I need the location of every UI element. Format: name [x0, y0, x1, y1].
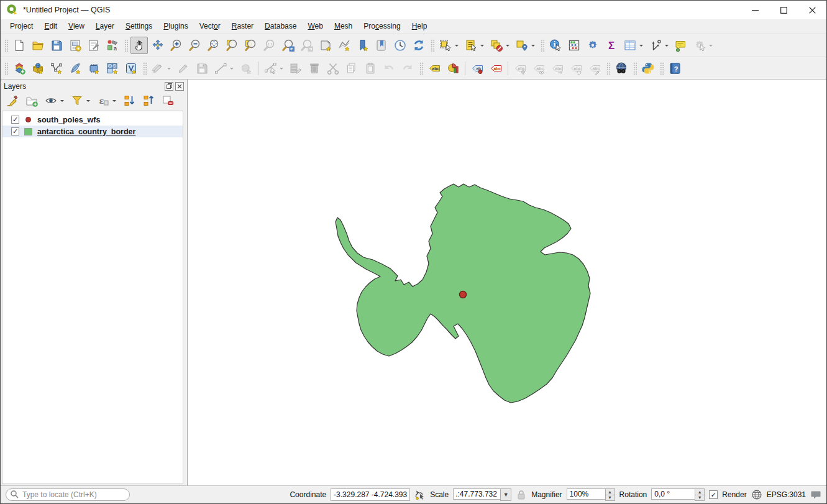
processing-toolbox-button[interactable] — [584, 37, 601, 54]
layer-visibility-checkbox[interactable]: ✓ — [11, 116, 19, 124]
magnifier-spinbox[interactable]: ▲▼ — [567, 488, 615, 501]
menu-layer[interactable]: Layer — [90, 19, 120, 33]
refresh-button[interactable] — [410, 37, 427, 54]
messages-icon[interactable] — [810, 489, 821, 500]
select-by-location-dropdown[interactable] — [531, 45, 535, 48]
new-3d-map-view-button[interactable] — [336, 37, 353, 54]
layer-row[interactable]: ✓south_poles_wfs — [2, 114, 183, 126]
new-virtual-layer-button[interactable] — [122, 60, 140, 77]
rotation-spinbox[interactable]: ▲▼ — [651, 488, 705, 501]
select-features-by-value-button[interactable] — [462, 37, 487, 54]
layer-visibility-checkbox[interactable]: ✓ — [11, 127, 19, 135]
coordinate-input[interactable] — [331, 488, 410, 501]
identify-features-button[interactable]: i — [547, 37, 564, 54]
open-layer-styling-panel-button[interactable] — [4, 92, 21, 109]
zoom-full-button[interactable] — [205, 37, 222, 54]
toolbar-grip[interactable] — [124, 39, 128, 52]
layer-diagram-options-button[interactable] — [444, 60, 462, 77]
python-console-button[interactable] — [639, 60, 657, 77]
toggle-unplaced-labels-display-button[interactable]: abc — [487, 60, 505, 77]
filter-legend-dropdown[interactable] — [86, 100, 90, 104]
new-spatial-bookmark-button[interactable] — [354, 37, 372, 54]
scale-dropdown-icon[interactable]: ▼ — [500, 488, 511, 501]
toolbar-grip[interactable] — [430, 39, 434, 52]
new-geopackage-layer-button[interactable] — [29, 60, 47, 77]
map-tips-button[interactable] — [672, 37, 690, 54]
magnifier-input[interactable] — [567, 488, 605, 500]
select-by-location-button[interactable] — [513, 37, 537, 54]
open-attribute-table-button[interactable] — [621, 37, 646, 54]
menu-settings[interactable]: Settings — [120, 19, 158, 33]
toolbar-grip[interactable] — [4, 39, 8, 52]
maximize-button[interactable] — [769, 1, 798, 19]
show-layout-manager-button[interactable] — [85, 37, 103, 54]
deselect-features-dropdown[interactable] — [506, 45, 509, 48]
render-checkbox[interactable]: ✓ — [709, 490, 718, 499]
add-group-button[interactable] — [23, 92, 40, 109]
zoom-to-layer-button[interactable] — [242, 37, 260, 54]
highlight-pinned-labels-button[interactable]: ab — [468, 60, 486, 77]
show-spatial-bookmarks-button[interactable] — [373, 37, 390, 54]
pan-map-to-selection-button[interactable] — [149, 37, 167, 54]
expand-all-button[interactable] — [121, 92, 138, 109]
measure-line-dropdown[interactable] — [665, 45, 669, 48]
close-button[interactable] — [798, 1, 826, 19]
rotation-input[interactable] — [651, 488, 695, 500]
toolbar-grip[interactable] — [659, 62, 664, 75]
layer-row[interactable]: ✓antarctica_country_border — [2, 126, 183, 137]
deselect-features-button[interactable] — [488, 37, 512, 54]
zoom-to-selection-button[interactable] — [224, 37, 241, 54]
map-canvas[interactable] — [188, 80, 826, 485]
zoom-out-button[interactable] — [186, 37, 204, 54]
scale-input[interactable] — [453, 488, 500, 500]
toolbar-grip[interactable] — [4, 62, 8, 75]
zoom-in-button[interactable] — [168, 37, 185, 54]
zoom-last-button[interactable] — [280, 37, 297, 54]
new-print-layout-button[interactable] — [66, 37, 84, 54]
new-map-view-button[interactable] — [317, 37, 334, 54]
menu-mesh[interactable]: Mesh — [329, 19, 358, 33]
menu-plugins[interactable]: Plugins — [158, 19, 193, 33]
collapse-all-button[interactable] — [140, 92, 157, 109]
menu-vector[interactable]: Vector — [194, 19, 226, 33]
panel-close-button[interactable] — [175, 82, 184, 91]
new-temporary-scratch-layer-button[interactable] — [85, 60, 103, 77]
minimize-button[interactable] — [741, 1, 769, 19]
new-shapefile-layer-button[interactable] — [48, 60, 65, 77]
title-bar[interactable]: *Untitled Project — QGIS — [1, 1, 826, 19]
new-mesh-layer-button[interactable] — [104, 60, 121, 77]
current-edits-dropdown[interactable] — [167, 68, 171, 71]
measure-line-button[interactable] — [647, 37, 671, 54]
locator-box[interactable] — [6, 488, 130, 501]
select-features-by-value-dropdown[interactable] — [480, 45, 484, 48]
manage-map-themes-dropdown[interactable] — [60, 100, 64, 104]
digitize-with-segment-dropdown[interactable] — [230, 68, 234, 71]
menu-project[interactable]: Project — [4, 19, 39, 33]
filter-legend-by-expression-dropdown[interactable] — [112, 100, 116, 104]
magnifier-stepper[interactable]: ▲▼ — [605, 488, 615, 501]
open-field-calculator-button[interactable] — [565, 37, 583, 54]
toolbar-grip[interactable] — [633, 62, 637, 75]
scale-combo[interactable]: ▼ — [453, 488, 511, 501]
statistical-summary-button[interactable]: Σ — [603, 37, 620, 54]
locator-input[interactable] — [21, 490, 126, 500]
temporal-controller-button[interactable] — [391, 37, 409, 54]
crs-label[interactable]: EPSG:3031 — [767, 490, 806, 499]
filter-legend-by-expression-button[interactable]: ε — [94, 92, 119, 109]
new-spatialite-layer-button[interactable] — [66, 60, 84, 77]
help-button[interactable]: ? — [666, 60, 683, 77]
menu-web[interactable]: Web — [302, 19, 328, 33]
toolbar-grip[interactable] — [606, 62, 610, 75]
menu-view[interactable]: View — [63, 19, 90, 33]
select-features-button[interactable] — [437, 37, 461, 54]
layer-labeling-options-button[interactable]: abc — [426, 60, 443, 77]
open-attribute-table-dropdown[interactable] — [639, 45, 643, 48]
magnifier-lock-icon[interactable] — [516, 489, 527, 500]
toolbar-grip[interactable] — [540, 39, 544, 52]
remove-layer-group-button[interactable] — [159, 92, 176, 109]
data-source-manager-button[interactable] — [11, 60, 28, 77]
pan-map-button[interactable] — [130, 37, 148, 54]
menu-help[interactable]: Help — [406, 19, 433, 33]
panel-float-button[interactable] — [165, 82, 173, 91]
extents-toggle-icon[interactable] — [414, 489, 426, 500]
